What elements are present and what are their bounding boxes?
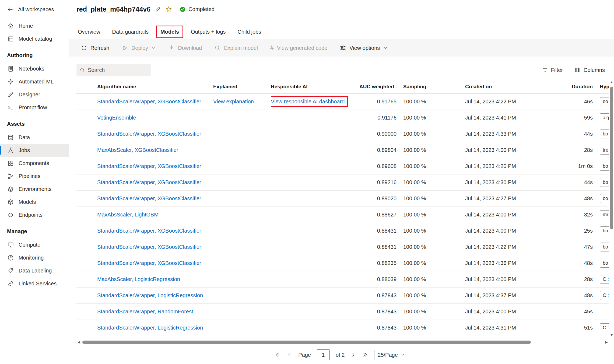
horizontal-scroll-thumb[interactable]	[82, 341, 531, 344]
algorithm-link[interactable]: StandardScalerWrapper, XGBoostClassifier	[97, 228, 201, 234]
algorithm-link[interactable]: StandardScalerWrapper, XGBoostClassifier	[97, 195, 201, 201]
column-header-algorithm-name[interactable]: Algorithm name	[76, 84, 213, 90]
hyperparameters-chip[interactable]: bo	[600, 130, 609, 138]
table-row: StandardScalerWrapper, XGBoostClassifier…	[76, 174, 609, 191]
favorite-star-icon[interactable]	[165, 6, 172, 13]
algorithm-link[interactable]: VotingEnsemble	[97, 115, 136, 121]
sidebar-item-endpoints[interactable]: Endpoints	[0, 208, 69, 221]
toolbar-view-options-button[interactable]: View options	[340, 45, 388, 51]
toolbar-view-generated-code-button[interactable]: #View generated code	[270, 45, 327, 51]
next-page-button[interactable]	[350, 352, 356, 358]
column-header-hyp[interactable]: Hyp	[593, 84, 609, 90]
sidebar-item-environments[interactable]: Environments	[0, 183, 69, 195]
vertical-scrollbar[interactable]: ▲ ▼	[609, 80, 614, 338]
hyperparameters-chip[interactable]: bo	[600, 226, 609, 235]
sidebar-item-models[interactable]: Models	[0, 195, 69, 208]
toolbar-explain-model-button[interactable]: Explain model	[214, 45, 258, 51]
scroll-left-icon[interactable]: ◀	[78, 340, 80, 345]
cell-sampling: 100.00 %	[397, 292, 465, 299]
tab-outputs-logs[interactable]: Outputs + logs	[187, 26, 230, 38]
algorithm-link[interactable]: StandardScalerWrapper, XGBoostClassifier	[97, 179, 201, 185]
columns-label: Columns	[584, 67, 605, 73]
filter-button[interactable]: Filter	[542, 67, 563, 73]
hyperparameters-chip[interactable]: C :	[600, 275, 609, 284]
tab-child-jobs[interactable]: Child jobs	[233, 26, 265, 38]
sidebar-item-data[interactable]: Data	[0, 131, 69, 144]
hyperparameters-chip[interactable]: C :	[600, 323, 609, 332]
hyperparameters-chip[interactable]: bo	[600, 194, 609, 203]
hyperparameters-chip[interactable]: C :	[600, 291, 609, 300]
view-responsible-ai-link[interactable]: View responsible AI dashboard	[271, 99, 345, 104]
cell-hyperparameters: C :	[593, 275, 609, 284]
sidebar-item-linked-services[interactable]: Linked Services	[0, 277, 69, 290]
sidebar-item-compute[interactable]: Compute	[0, 238, 69, 251]
column-header-explained[interactable]: Explained	[213, 84, 271, 90]
page-size-select[interactable]: 25/Page	[374, 350, 408, 360]
scroll-right-icon[interactable]: ▶	[605, 340, 608, 345]
columns-button[interactable]: Columns	[575, 67, 605, 73]
column-header-responsible-ai[interactable]: Responsible AI	[271, 84, 359, 90]
tab-data-guardrails[interactable]: Data guardrails	[108, 26, 153, 38]
first-page-button[interactable]	[275, 352, 280, 358]
sidebar-item-designer[interactable]: Designer	[0, 88, 69, 101]
toolbar-deploy-button[interactable]: Deploy	[122, 45, 156, 51]
sidebar-item-prompt-flow[interactable]: Prompt flow	[0, 101, 69, 114]
sidebar-item-label: Model catalog	[19, 36, 52, 42]
horizontal-scrollbar[interactable]: ◀ ▶	[76, 340, 609, 345]
algorithm-link[interactable]: MaxAbsScaler, LightGBM	[97, 212, 159, 218]
prev-page-button[interactable]	[286, 352, 292, 358]
last-page-button[interactable]	[362, 352, 368, 358]
vertical-scroll-thumb[interactable]	[610, 87, 613, 229]
scroll-down-icon[interactable]: ▼	[610, 333, 613, 338]
back-arrow-icon	[7, 6, 13, 13]
sidebar-item-pipelines[interactable]: Pipelines	[0, 170, 69, 183]
edit-pencil-icon[interactable]	[155, 6, 161, 12]
toolbar-refresh-button[interactable]: Refresh	[81, 45, 109, 51]
view-explanation-link[interactable]: View explanation	[213, 99, 254, 104]
sidebar-item-home[interactable]: Home	[0, 19, 69, 32]
search-input[interactable]	[88, 67, 148, 73]
sidebar-item-jobs[interactable]: Jobs	[0, 144, 69, 157]
algorithm-link[interactable]: StandardScalerWrapper, XGBoostClassifier	[97, 244, 201, 250]
column-header-created-on[interactable]: Created on	[465, 84, 560, 90]
cell-auc-weighted: 0.88235	[359, 260, 397, 266]
algorithm-link[interactable]: StandardScalerWrapper, XGBoostClassifier	[97, 260, 201, 266]
sidebar-item-notebooks[interactable]: Notebooks	[0, 62, 69, 75]
hyperparameters-chip[interactable]: bo	[600, 178, 609, 187]
cell-auc-weighted: 0.88627	[359, 212, 397, 218]
sidebar-item-automated-ml[interactable]: Automated ML	[0, 75, 69, 88]
column-header-duration[interactable]: Duration	[560, 84, 593, 90]
page-of-label: of 2	[336, 352, 345, 358]
table-row: StandardScalerWrapper, XGBoostClassifier…	[76, 239, 609, 255]
hyperparameters-chip[interactable]: bo	[600, 162, 609, 171]
hyperparameters-chip[interactable]: bo	[600, 259, 609, 268]
hyperparameters-chip[interactable]: mi	[600, 210, 609, 219]
tab-overview[interactable]: Overview	[73, 26, 104, 38]
algorithm-link[interactable]: MaxAbsScaler, XGBoostClassifier	[97, 147, 178, 153]
sidebar-item-model-catalog[interactable]: Model catalog	[0, 32, 69, 45]
hyperparameters-chip[interactable]: bo	[600, 97, 609, 106]
algorithm-link[interactable]: StandardScalerWrapper, LogisticRegressio…	[97, 325, 203, 331]
scroll-up-icon[interactable]: ▲	[610, 80, 613, 85]
hyperparameters-chip[interactable]: alg	[600, 113, 609, 122]
sidebar-item-data-labeling[interactable]: Data Labeling	[0, 264, 69, 277]
hyperparameters-chip[interactable]: tre	[600, 146, 609, 155]
all-workspaces-button[interactable]: All workspaces	[0, 3, 69, 16]
sidebar-item-monitoring[interactable]: Monitoring	[0, 251, 69, 264]
search-icon	[80, 67, 85, 73]
hyperparameters-chip[interactable]: bo	[600, 243, 609, 251]
cell-auc-weighted: 0.87843	[359, 325, 397, 331]
search-box[interactable]	[76, 64, 151, 76]
tab-models[interactable]: Models	[156, 26, 183, 38]
algorithm-link[interactable]: StandardScalerWrapper, LogisticRegressio…	[97, 292, 203, 298]
algorithm-link[interactable]: StandardScalerWrapper, RandomForest	[97, 309, 193, 314]
algorithm-link[interactable]: MaxAbsScaler, LogisticRegression	[97, 276, 180, 282]
algorithm-link[interactable]: StandardScalerWrapper, XGBoostClassifier	[97, 99, 201, 104]
algorithm-link[interactable]: StandardScalerWrapper, XGBoostClassifier	[97, 131, 201, 137]
toolbar-download-button[interactable]: Download	[168, 45, 202, 51]
page-number-input[interactable]	[317, 349, 330, 360]
sidebar-item-components[interactable]: Components	[0, 157, 69, 170]
algorithm-link[interactable]: StandardScalerWrapper, XGBoostClassifier	[97, 163, 201, 169]
column-header-auc-weighted[interactable]: AUC weighted ↓	[359, 84, 397, 90]
column-header-sampling[interactable]: Sampling	[397, 84, 465, 90]
